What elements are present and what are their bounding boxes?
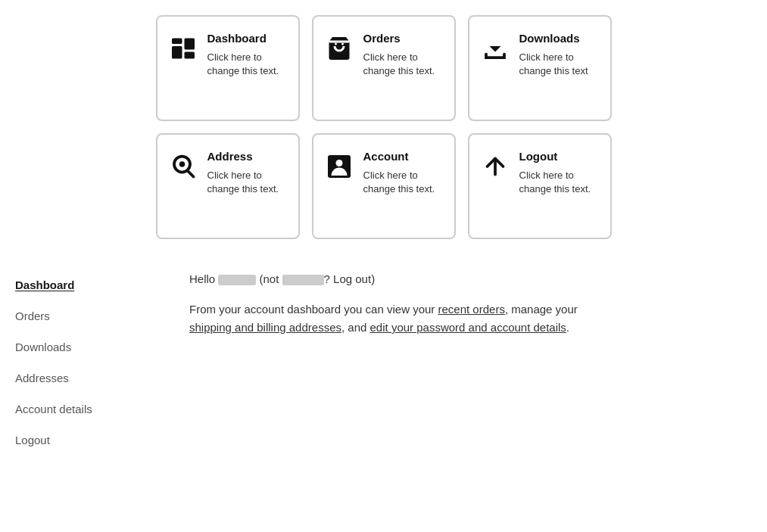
svg-rect-3 <box>184 52 195 59</box>
desc-end: . <box>566 321 569 334</box>
card-orders-content: Orders Click here to change this text. <box>363 32 442 78</box>
sidebar-item-logout[interactable]: Logout <box>15 425 174 456</box>
sidebar-item-account-details[interactable]: Account details <box>15 394 174 425</box>
card-account-title: Account <box>363 150 442 163</box>
svg-rect-1 <box>184 39 195 50</box>
card-dashboard-content: Dashboard Click here to change this text… <box>207 32 286 78</box>
card-downloads-text: Click here to change this text <box>519 51 598 78</box>
hello-question: ? <box>324 272 330 285</box>
orders-icon <box>326 35 353 64</box>
card-downloads-content: Downloads Click here to change this text <box>519 32 598 78</box>
recent-orders-link[interactable]: recent orders <box>438 303 505 316</box>
desc-middle: , manage your <box>505 303 578 316</box>
desc-and: , and <box>341 321 366 334</box>
dashboard-icon <box>170 35 197 64</box>
card-logout-text: Click here to change this text. <box>519 169 598 196</box>
page-wrapper: Dashboard Click here to change this text… <box>0 0 767 471</box>
svg-point-6 <box>341 43 344 45</box>
card-address-title: Address <box>207 150 286 163</box>
card-account-content: Account Click here to change this text. <box>363 150 442 196</box>
cards-grid: Dashboard Click here to change this text… <box>15 15 752 239</box>
card-orders-title: Orders <box>363 32 442 45</box>
logout-link[interactable]: Log out <box>333 272 371 285</box>
username-redacted <box>218 275 256 285</box>
hello-text: Hello (not ? Log out) <box>189 272 752 285</box>
card-logout[interactable]: Logout Click here to change this text. <box>468 133 612 239</box>
svg-point-8 <box>179 161 185 167</box>
svg-line-9 <box>188 172 193 177</box>
card-address[interactable]: Address Click here to change this text. <box>156 133 300 239</box>
shipping-link[interactable]: shipping and billing addresses <box>189 321 341 334</box>
svg-rect-0 <box>172 39 182 45</box>
card-dashboard-text: Click here to change this text. <box>207 51 286 78</box>
hello-prefix: Hello <box>189 272 215 285</box>
card-logout-title: Logout <box>519 150 598 163</box>
card-account-text: Click here to change this text. <box>363 169 442 196</box>
account-icon <box>326 153 353 182</box>
card-downloads-title: Downloads <box>519 32 598 45</box>
sidebar: DashboardOrdersDownloadsAddressesAccount… <box>15 269 189 456</box>
sidebar-item-addresses[interactable]: Addresses <box>15 362 174 394</box>
sidebar-item-dashboard[interactable]: Dashboard <box>15 269 174 300</box>
logout-icon <box>482 153 509 182</box>
card-address-content: Address Click here to change this text. <box>207 150 286 196</box>
card-account[interactable]: Account Click here to change this text. <box>312 133 456 239</box>
card-dashboard-title: Dashboard <box>207 32 286 45</box>
main-content: Hello (not ? Log out) From your account … <box>189 269 752 456</box>
desc-prefix: From your account dashboard you can view… <box>189 303 435 316</box>
downloads-icon <box>482 35 509 64</box>
account-link[interactable]: edit your password and account details <box>370 321 566 334</box>
card-dashboard[interactable]: Dashboard Click here to change this text… <box>156 15 300 121</box>
bottom-section: DashboardOrdersDownloadsAddressesAccount… <box>15 269 752 456</box>
description-text: From your account dashboard you can view… <box>189 300 752 337</box>
hello-not: (not <box>260 272 279 285</box>
svg-point-5 <box>335 43 337 45</box>
card-orders[interactable]: Orders Click here to change this text. <box>312 15 456 121</box>
username2-redacted <box>282 275 324 285</box>
card-orders-text: Click here to change this text. <box>363 51 442 78</box>
card-address-text: Click here to change this text. <box>207 169 286 196</box>
sidebar-item-orders[interactable]: Orders <box>15 300 174 331</box>
address-icon <box>170 153 197 182</box>
sidebar-item-downloads[interactable]: Downloads <box>15 331 174 362</box>
svg-point-11 <box>335 160 342 166</box>
svg-rect-2 <box>172 46 182 59</box>
hello-suffix: ) <box>371 272 375 285</box>
card-downloads[interactable]: Downloads Click here to change this text <box>468 15 612 121</box>
card-logout-content: Logout Click here to change this text. <box>519 150 598 196</box>
